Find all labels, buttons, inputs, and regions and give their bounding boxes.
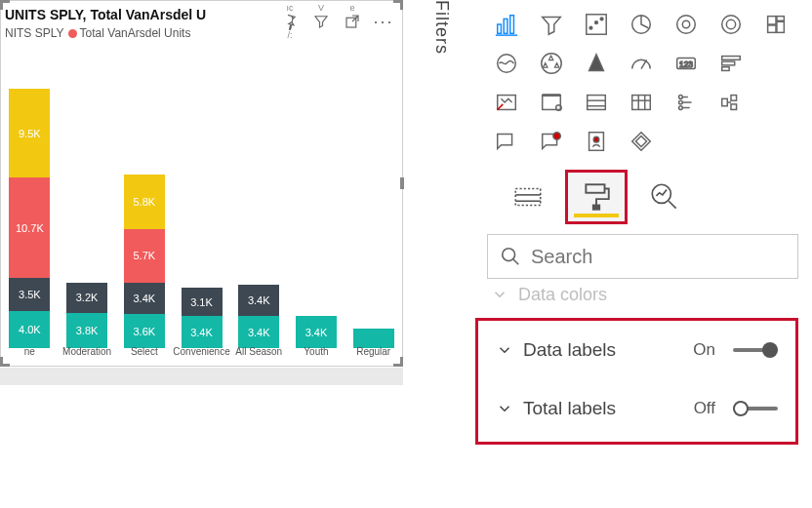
matrix-icon[interactable] [622, 86, 661, 119]
category-label: Moderation [59, 346, 116, 364]
globe-map-icon[interactable] [487, 47, 526, 80]
visualizations-pane: 123 Data colors Data labels On Total lab… [473, 0, 812, 508]
visual-toolbar: ıc /: V e ··· [269, 3, 398, 40]
toggle-state-label: Off [694, 399, 715, 418]
format-tab[interactable] [565, 170, 628, 224]
svg-rect-1 [498, 24, 502, 33]
bar-segment[interactable]: 3.4K [182, 316, 223, 348]
svg-rect-25 [722, 67, 729, 71]
property-label: Total labels [523, 398, 616, 419]
multi-row-card-icon[interactable] [711, 47, 751, 80]
treemap-icon[interactable] [756, 8, 795, 41]
bar-segment[interactable]: 3.4K [124, 283, 165, 315]
bar-segment[interactable]: 3.1K [182, 288, 223, 317]
x-axis-labels: neModerationSelectConvenienceAll SeasonY… [1, 346, 402, 364]
shape-map-icon[interactable] [577, 47, 616, 80]
search-icon [500, 246, 521, 267]
property-data-colors[interactable]: Data colors [473, 279, 812, 310]
analytics-tab[interactable] [633, 170, 696, 224]
scatter-chart-icon[interactable] [577, 8, 616, 41]
category-label: Regular [345, 346, 402, 364]
property-label: Data colors [518, 285, 607, 305]
chevron-down-icon [496, 341, 513, 359]
visualization-type-grid: 123 [473, 6, 812, 166]
slicer-icon[interactable] [532, 8, 571, 41]
svg-point-11 [682, 20, 689, 27]
filters-pane-toggle[interactable]: Filters [422, 0, 461, 80]
svg-point-37 [679, 100, 683, 104]
format-tabs [473, 166, 812, 228]
svg-rect-3 [510, 16, 514, 34]
bar-segment[interactable] [353, 329, 394, 348]
svg-rect-29 [588, 96, 606, 110]
smart-narrative-icon[interactable] [532, 125, 571, 158]
focus-mode-button[interactable]: e [338, 3, 367, 40]
fields-icon [511, 180, 545, 214]
key-influencers-icon[interactable] [667, 86, 706, 119]
chevron-down-icon [496, 400, 513, 417]
bar-segment[interactable]: 4.0K [9, 311, 50, 348]
svg-rect-24 [722, 61, 735, 65]
bar-segment[interactable]: 3.4K [238, 316, 279, 348]
popout-icon [344, 13, 361, 30]
bar-segment[interactable]: 3.6K [124, 314, 165, 348]
chevron-down-icon [491, 286, 508, 303]
power-apps-icon[interactable] [622, 125, 661, 158]
svg-point-44 [593, 137, 599, 142]
bar-segment[interactable]: 3.2K [66, 283, 107, 313]
bar-segment[interactable]: 3.8K [66, 313, 107, 348]
gauge-icon[interactable] [622, 47, 661, 80]
svg-point-7 [595, 21, 598, 24]
svg-rect-49 [593, 206, 599, 210]
fields-tab[interactable] [497, 170, 559, 224]
data-labels-toggle[interactable] [733, 341, 778, 359]
bar-segment[interactable]: 5.8K [124, 175, 165, 229]
total-labels-toggle[interactable] [733, 400, 778, 417]
format-search[interactable] [487, 234, 798, 279]
category-label: Youth [288, 346, 345, 364]
search-input[interactable] [531, 246, 786, 268]
bar-segment[interactable]: 9.5K [9, 89, 50, 177]
toggle-state-label: On [693, 340, 715, 360]
property-total-labels[interactable]: Total labels Off [478, 379, 795, 438]
legend-dot-icon [68, 29, 77, 38]
category-label: Convenience [173, 346, 230, 364]
funnel-icon [312, 13, 330, 30]
chart-visual[interactable]: UNITS SPLY, Total VanArsdel U NITS SPLY … [0, 0, 403, 367]
svg-point-51 [503, 249, 515, 261]
svg-text:123: 123 [679, 59, 693, 69]
highlight-box: Data labels On Total labels Off [475, 318, 798, 445]
card-icon[interactable]: 123 [667, 47, 706, 80]
chart-plot-area: 4.0K3.5K10.7K9.5K3.8K3.2K3.6K3.4K5.7K5.8… [1, 58, 402, 348]
pin-button[interactable]: ıc /: [275, 3, 304, 40]
svg-rect-14 [768, 17, 776, 24]
qa-icon[interactable] [487, 125, 526, 158]
decomposition-tree-icon[interactable] [711, 86, 751, 119]
stacked-column-chart-icon[interactable] [487, 8, 526, 41]
category-label: All Season [230, 346, 288, 364]
gauge-ring-icon[interactable] [711, 8, 751, 41]
kpi-icon[interactable] [487, 86, 526, 119]
filter-button[interactable]: V [306, 3, 336, 40]
svg-rect-39 [722, 98, 728, 105]
property-label: Data labels [523, 339, 616, 361]
pie-chart-icon[interactable] [622, 8, 661, 41]
table-filter-icon[interactable] [532, 86, 571, 119]
arcgis-map-icon[interactable] [577, 125, 616, 158]
property-data-labels[interactable]: Data labels On [478, 321, 795, 379]
bar-segment[interactable]: 5.7K [124, 229, 165, 283]
analytics-icon [648, 180, 681, 214]
ellipsis-icon: ··· [373, 13, 393, 30]
bar-segment[interactable]: 3.5K [9, 278, 50, 311]
table-icon[interactable] [577, 86, 616, 119]
donut-chart-icon[interactable] [667, 8, 706, 41]
bar-segment[interactable]: 10.7K [9, 177, 50, 278]
filled-map-icon[interactable] [532, 47, 571, 80]
svg-point-13 [726, 20, 735, 28]
svg-point-6 [589, 26, 592, 29]
more-options-button[interactable]: ··· [369, 3, 398, 40]
bar-segment[interactable]: 3.4K [238, 285, 279, 317]
svg-rect-45 [515, 189, 541, 206]
bar-segment[interactable]: 3.4K [296, 316, 337, 348]
svg-point-8 [600, 18, 603, 20]
